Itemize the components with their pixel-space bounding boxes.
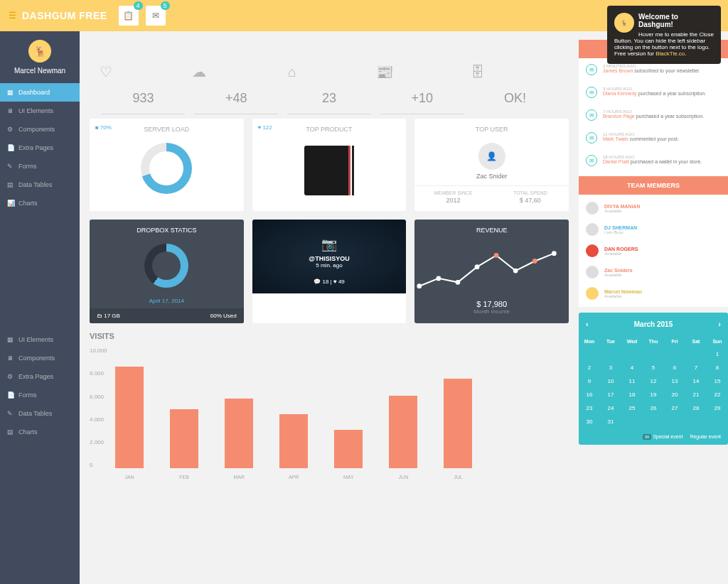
inbox-icon[interactable]: ✉5	[146, 6, 166, 26]
cal-day[interactable]: 26	[643, 401, 664, 415]
cal-day[interactable]: 5	[643, 361, 664, 374]
calendar: ‹ March 2015 › MonTueWedThuFriSatSun1234…	[579, 313, 728, 445]
cal-day[interactable]: 18	[621, 388, 643, 401]
card-title: TOP PRODUCT	[252, 119, 407, 137]
cal-day[interactable]: 21	[685, 388, 707, 401]
sparkline	[414, 238, 569, 296]
cal-day[interactable]: 19	[643, 388, 664, 401]
top-product-card: TOP PRODUCT ♥ 122	[252, 119, 407, 211]
sidebar-item-dashboard[interactable]: ▦Dashboard	[0, 83, 80, 102]
team-member[interactable]: DAN ROGERSAvailable	[579, 240, 728, 261]
brand[interactable]: DASHGUM FREE	[22, 10, 107, 21]
cal-day[interactable]: 3	[600, 361, 621, 374]
cal-day[interactable]: 8	[707, 361, 728, 374]
sidebar-item-extra-pages[interactable]: 📄Extra Pages	[0, 139, 80, 157]
nav-secondary: ▦UI Elements🖥Components⚙Extra Pages📄Form…	[0, 330, 80, 585]
cal-day[interactable]: 12	[643, 374, 664, 388]
menu-toggle-icon[interactable]: ☰	[9, 11, 16, 21]
avatar[interactable]: 🦌	[28, 40, 51, 63]
user-avatar: 👤	[478, 143, 505, 170]
cal-day[interactable]: 16	[579, 388, 600, 401]
top-user-card: TOP USER 👤 Zac Snider MEMBER SINCE2012 T…	[414, 119, 569, 211]
total-spend-label: TOTAL SPEND	[492, 190, 569, 195]
visits-chart: 10.0008.0006.0004.0002.0000 JANFEBMARAPR…	[90, 347, 569, 482]
sidebar-item-forms[interactable]: 📄Forms	[0, 386, 80, 404]
cal-day[interactable]: 11	[621, 374, 643, 388]
cal-day[interactable]: 24	[600, 401, 621, 415]
nav-icon: 📄	[7, 391, 14, 399]
team-member[interactable]: DIVYA MANIANAvailable	[579, 198, 728, 219]
cal-day[interactable]: 7	[685, 361, 707, 374]
tasks-icon[interactable]: 📋4	[119, 6, 139, 26]
member-avatar	[586, 223, 599, 236]
nav-icon: 📄	[7, 144, 14, 151]
stat-icon: 🗄	[469, 63, 562, 81]
sidebar-item-extra-pages[interactable]: ⚙Extra Pages	[0, 367, 80, 386]
cal-day[interactable]: 13	[664, 374, 685, 388]
svg-point-12	[552, 251, 557, 256]
cal-day[interactable]: 10	[600, 374, 621, 388]
cal-day[interactable]: 28	[685, 401, 707, 415]
nav-icon: ⚙	[7, 126, 14, 133]
sidebar-item-forms[interactable]: ✎Forms	[0, 157, 80, 175]
notification-item[interactable]: ✉11 HOURS AGOMark Twain commented your p…	[579, 126, 728, 149]
sidebar-item-charts[interactable]: ▤Charts	[0, 423, 80, 441]
team-member[interactable]: Marcel NewmanAvailable	[579, 283, 728, 304]
notif-icon: ✉	[586, 132, 597, 144]
tasks-badge: 4	[134, 1, 143, 10]
cal-day[interactable]: 6	[664, 361, 685, 374]
welcome-toast[interactable]: 🦌 Welcome to Dashgum! Hover me to enable…	[607, 6, 721, 64]
member-avatar	[586, 244, 599, 257]
cal-day[interactable]: 27	[664, 401, 685, 415]
cal-day[interactable]: 25	[621, 401, 643, 415]
cal-next-icon[interactable]: ›	[718, 320, 721, 328]
sidebar-item-ui-elements[interactable]: 🖥UI Elements	[0, 102, 80, 120]
sidebar-item-data-tables[interactable]: ✎Data Tables	[0, 404, 80, 423]
svg-point-11	[532, 259, 537, 264]
cal-day[interactable]: 22	[707, 388, 728, 401]
sidebar-item-charts[interactable]: 📊Charts	[0, 194, 80, 212]
sidebar-item-components[interactable]: 🖥Components	[0, 349, 80, 367]
nav-icon: ✎	[7, 163, 14, 170]
inbox-badge: 5	[161, 1, 170, 10]
notification-item[interactable]: ✉3 HOURS AGODiana Kennedy purchased a ye…	[579, 81, 728, 104]
sidebar-item-components[interactable]: ⚙Components	[0, 120, 80, 139]
server-load-badge: ■ 70%	[95, 124, 112, 131]
nav-icon: 🖥	[7, 107, 14, 114]
cal-day[interactable]: 1	[707, 347, 728, 361]
team-member[interactable]: Zac SnidersAvailable	[579, 261, 728, 283]
sidebar-item-data-tables[interactable]: ▤Data Tables	[0, 175, 80, 194]
nav-icon: ▤	[7, 428, 14, 436]
cal-day[interactable]: 2	[579, 361, 600, 374]
cal-day[interactable]: 23	[579, 401, 600, 415]
cal-day[interactable]: 15	[707, 374, 728, 388]
chart-bar: JUL	[444, 379, 472, 468]
notification-item[interactable]: ✉18 HOURS AGODaniel Pratt purchased a wa…	[579, 149, 728, 172]
donut-chart	[141, 143, 192, 194]
server-load-card: SERVER LOAD ■ 70%	[90, 119, 244, 211]
team-member[interactable]: DJ SHERMANI am Busy	[579, 219, 728, 240]
cal-prev-icon[interactable]: ‹	[586, 320, 589, 328]
nav-icon: ▦	[7, 89, 14, 96]
cal-day[interactable]: 17	[600, 388, 621, 401]
toast-link[interactable]: BlackTie.co	[655, 50, 685, 57]
svg-text:🗄: 🗄	[471, 64, 485, 80]
svg-text:⌂: ⌂	[288, 64, 296, 80]
cal-day[interactable]: 9	[579, 374, 600, 388]
stat-item: ⌂23	[283, 63, 376, 106]
cal-month: March 2015	[634, 320, 673, 328]
notif-icon: ✉	[586, 87, 597, 98]
sidebar-item-ui-elements[interactable]: ▦UI Elements	[0, 330, 80, 349]
cal-day[interactable]: 31	[600, 415, 621, 428]
profile-name: Marcel Newman	[0, 67, 80, 75]
notification-item[interactable]: ✉7 HOURS AGOBrandon Page purchased a yea…	[579, 104, 728, 126]
cal-day[interactable]: 29	[707, 401, 728, 415]
cal-day[interactable]: 4	[621, 361, 643, 374]
cal-day[interactable]: 20	[664, 388, 685, 401]
chart-bar: JAN	[115, 367, 144, 468]
member-avatar	[586, 266, 599, 279]
cal-day[interactable]: 30	[579, 415, 600, 428]
toast-icon: 🦌	[614, 13, 634, 33]
instagram-icon: 📷	[252, 237, 407, 252]
cal-day[interactable]: 14	[685, 374, 707, 388]
